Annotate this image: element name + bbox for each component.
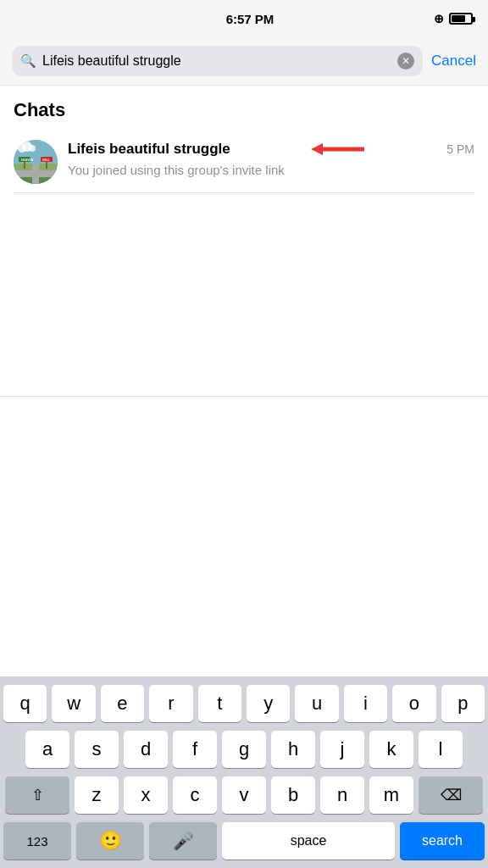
chat-title-row: Lifeis beautiful struggle 5 PM	[68, 140, 474, 159]
key-s[interactable]: s	[75, 731, 119, 768]
key-r[interactable]: r	[149, 685, 192, 722]
chat-subtitle: You joined using this group's invite lin…	[68, 161, 474, 179]
svg-point-13	[29, 145, 36, 152]
key-f[interactable]: f	[173, 731, 217, 768]
chat-item[interactable]: HEAVEN HELL Lifeis beautiful struggle	[14, 131, 474, 193]
search-key[interactable]: search	[400, 822, 485, 860]
chat-time: 5 PM	[446, 142, 474, 156]
key-z[interactable]: z	[75, 776, 119, 814]
lock-screen-icon: ⊕	[434, 12, 444, 25]
key-m[interactable]: m	[369, 776, 413, 814]
key-w[interactable]: w	[52, 685, 95, 722]
key-e[interactable]: e	[101, 685, 144, 722]
search-bar: 🔍 ✕ Cancel	[0, 37, 488, 86]
keyboard-row-3: ⇧ z x c v b n m ⌫	[3, 776, 485, 814]
key-u[interactable]: u	[295, 685, 338, 722]
numbers-key[interactable]: 123	[3, 822, 71, 860]
key-t[interactable]: t	[198, 685, 241, 722]
status-icons: ⊕	[434, 12, 473, 25]
keyboard-bottom-row: 123 🙂 🎤 space search	[3, 822, 485, 860]
key-l[interactable]: l	[419, 731, 463, 768]
key-i[interactable]: i	[344, 685, 387, 722]
svg-text:HELL: HELL	[42, 159, 51, 162]
clear-button[interactable]: ✕	[397, 53, 414, 70]
red-arrow-annotation	[309, 140, 369, 159]
cancel-button[interactable]: Cancel	[431, 53, 476, 70]
key-h[interactable]: h	[271, 731, 315, 768]
space-key[interactable]: space	[222, 822, 395, 860]
key-g[interactable]: g	[222, 731, 266, 768]
key-k[interactable]: k	[369, 731, 413, 768]
keyboard-row-1: q w e r t y u i o p	[3, 685, 485, 722]
key-p[interactable]: p	[441, 685, 485, 722]
search-input-wrapper[interactable]: 🔍 ✕	[12, 46, 423, 76]
chat-name: Lifeis beautiful struggle	[68, 141, 230, 158]
mic-key[interactable]: 🎤	[149, 822, 217, 860]
chats-heading: Chats	[14, 99, 474, 121]
keyboard-row-2: a s d f g h j k l	[3, 731, 485, 768]
search-input[interactable]	[42, 53, 391, 69]
svg-text:HEAVEN: HEAVEN	[21, 159, 34, 162]
key-j[interactable]: j	[320, 731, 364, 768]
status-bar: 6:57 PM ⊕	[0, 0, 488, 37]
battery-icon	[449, 13, 473, 25]
chats-section: Chats HEAVEN HELL	[0, 86, 488, 193]
key-b[interactable]: b	[271, 776, 315, 814]
key-o[interactable]: o	[392, 685, 435, 722]
chat-info: Lifeis beautiful struggle 5 PM You joine…	[68, 140, 474, 179]
search-icon: 🔍	[20, 53, 36, 69]
keyboard: q w e r t y u i o p a s d f g h j k l ⇧ …	[0, 676, 488, 868]
status-time: 6:57 PM	[226, 12, 274, 26]
key-y[interactable]: y	[247, 685, 290, 722]
emoji-key[interactable]: 🙂	[76, 822, 144, 860]
key-v[interactable]: v	[222, 776, 266, 814]
key-c[interactable]: c	[173, 776, 217, 814]
svg-rect-4	[14, 170, 58, 177]
key-n[interactable]: n	[320, 776, 364, 814]
key-d[interactable]: d	[124, 731, 168, 768]
key-a[interactable]: a	[25, 731, 69, 768]
key-q[interactable]: q	[3, 685, 47, 722]
svg-marker-15	[311, 143, 323, 155]
backspace-key[interactable]: ⌫	[419, 776, 483, 814]
key-x[interactable]: x	[124, 776, 168, 814]
avatar: HEAVEN HELL	[14, 140, 58, 184]
shift-key[interactable]: ⇧	[5, 776, 69, 814]
